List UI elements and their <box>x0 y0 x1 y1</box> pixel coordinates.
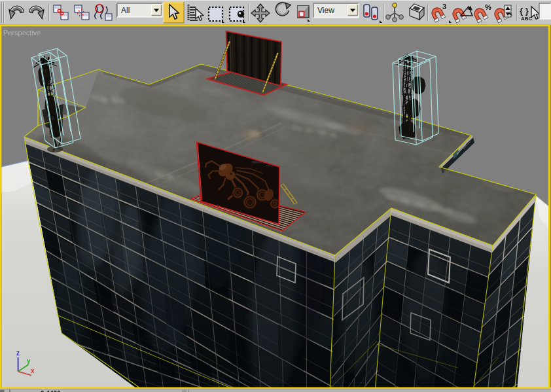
svg-text:View: View <box>317 6 334 15</box>
svg-text:0.4400: 0.4400 <box>41 390 61 392</box>
svg-text:All: All <box>121 6 130 15</box>
svg-text:x: x <box>31 367 35 374</box>
svg-text:ABC: ABC <box>521 16 533 22</box>
svg-text:Perspective: Perspective <box>3 29 41 37</box>
svg-text:{ }: { } <box>520 6 529 16</box>
svg-text:%: % <box>485 3 491 11</box>
svg-text:z: z <box>16 349 20 357</box>
svg-text:3: 3 <box>442 3 446 10</box>
svg-text:y: y <box>27 357 31 365</box>
